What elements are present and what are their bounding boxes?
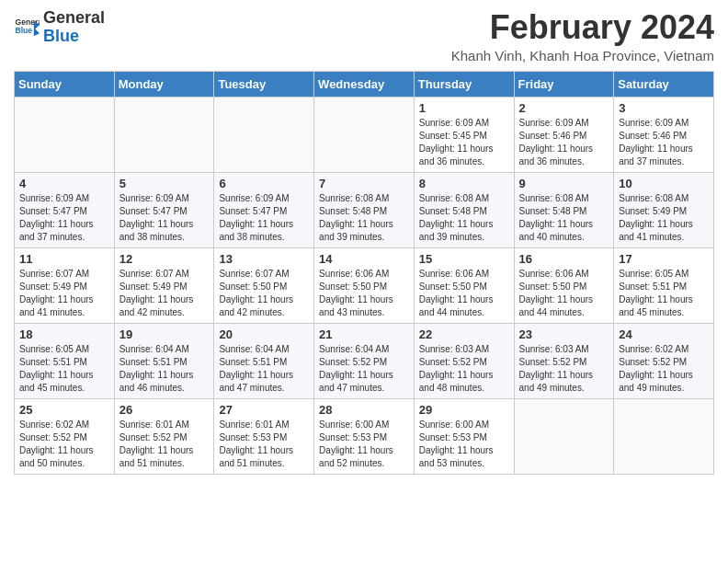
calendar-cell: 15Sunrise: 6:06 AM Sunset: 5:50 PM Dayli… [414, 247, 514, 323]
day-number: 17 [619, 252, 709, 266]
weekday-header-thursday: Thursday [414, 71, 514, 97]
week-row-4: 25Sunrise: 6:02 AM Sunset: 5:52 PM Dayli… [15, 398, 714, 474]
day-number: 24 [619, 327, 709, 341]
calendar-cell: 14Sunrise: 6:06 AM Sunset: 5:50 PM Dayli… [314, 247, 415, 323]
day-info: Sunrise: 6:05 AM Sunset: 5:51 PM Dayligh… [19, 343, 109, 395]
day-number: 12 [119, 252, 210, 266]
logo-icon: General Blue [14, 15, 40, 40]
day-info: Sunrise: 6:09 AM Sunset: 5:47 PM Dayligh… [219, 192, 309, 244]
day-info: Sunrise: 6:06 AM Sunset: 5:50 PM Dayligh… [519, 268, 609, 319]
calendar-cell: 4Sunrise: 6:09 AM Sunset: 5:47 PM Daylig… [15, 172, 115, 247]
page-header: General Blue General Blue February 2024 … [14, 9, 714, 63]
logo-general: General [43, 8, 105, 27]
calendar-cell: 29Sunrise: 6:00 AM Sunset: 5:53 PM Dayli… [414, 398, 514, 474]
day-number: 11 [19, 252, 109, 266]
day-info: Sunrise: 6:09 AM Sunset: 5:45 PM Dayligh… [419, 117, 509, 168]
calendar-cell [314, 97, 415, 172]
day-info: Sunrise: 6:08 AM Sunset: 5:49 PM Dayligh… [619, 192, 709, 244]
day-info: Sunrise: 6:09 AM Sunset: 5:46 PM Dayligh… [519, 117, 609, 168]
calendar-cell: 20Sunrise: 6:04 AM Sunset: 5:51 PM Dayli… [214, 323, 314, 398]
calendar-cell: 6Sunrise: 6:09 AM Sunset: 5:47 PM Daylig… [214, 172, 314, 247]
calendar-cell: 8Sunrise: 6:08 AM Sunset: 5:48 PM Daylig… [414, 172, 514, 247]
calendar-cell: 25Sunrise: 6:02 AM Sunset: 5:52 PM Dayli… [15, 398, 115, 474]
day-info: Sunrise: 6:04 AM Sunset: 5:51 PM Dayligh… [219, 343, 309, 395]
day-number: 4 [19, 177, 109, 190]
calendar-cell: 7Sunrise: 6:08 AM Sunset: 5:48 PM Daylig… [314, 172, 415, 247]
day-info: Sunrise: 6:07 AM Sunset: 5:49 PM Dayligh… [119, 268, 210, 319]
day-number: 27 [219, 403, 309, 417]
logo-blue: Blue [43, 27, 79, 45]
day-number: 25 [19, 403, 109, 417]
day-number: 22 [419, 327, 509, 341]
calendar-cell [15, 97, 115, 172]
calendar-cell: 12Sunrise: 6:07 AM Sunset: 5:49 PM Dayli… [114, 247, 214, 323]
weekday-header-monday: Monday [114, 71, 214, 97]
svg-text:Blue: Blue [16, 26, 33, 35]
day-info: Sunrise: 6:02 AM Sunset: 5:52 PM Dayligh… [619, 343, 709, 395]
day-number: 2 [519, 101, 609, 115]
day-number: 28 [319, 403, 409, 417]
calendar-cell: 1Sunrise: 6:09 AM Sunset: 5:45 PM Daylig… [414, 97, 514, 172]
calendar-cell: 2Sunrise: 6:09 AM Sunset: 5:46 PM Daylig… [514, 97, 614, 172]
calendar-cell [614, 398, 714, 474]
day-info: Sunrise: 6:06 AM Sunset: 5:50 PM Dayligh… [319, 268, 409, 319]
day-number: 29 [419, 403, 509, 417]
day-number: 18 [19, 327, 109, 341]
calendar-cell: 18Sunrise: 6:05 AM Sunset: 5:51 PM Dayli… [15, 323, 115, 398]
calendar-cell: 16Sunrise: 6:06 AM Sunset: 5:50 PM Dayli… [514, 247, 614, 323]
day-number: 8 [419, 177, 509, 190]
day-number: 3 [619, 101, 709, 115]
calendar-cell [214, 97, 314, 172]
weekday-header-sunday: Sunday [15, 71, 115, 97]
day-info: Sunrise: 6:01 AM Sunset: 5:52 PM Dayligh… [119, 419, 210, 470]
month-year: February 2024 [451, 9, 714, 46]
day-info: Sunrise: 6:08 AM Sunset: 5:48 PM Dayligh… [319, 192, 409, 244]
day-info: Sunrise: 6:04 AM Sunset: 5:51 PM Dayligh… [119, 343, 210, 395]
week-row-3: 18Sunrise: 6:05 AM Sunset: 5:51 PM Dayli… [15, 323, 714, 398]
calendar-cell: 19Sunrise: 6:04 AM Sunset: 5:51 PM Dayli… [114, 323, 214, 398]
week-row-1: 4Sunrise: 6:09 AM Sunset: 5:47 PM Daylig… [15, 172, 714, 247]
day-number: 19 [119, 327, 210, 341]
calendar-cell: 24Sunrise: 6:02 AM Sunset: 5:52 PM Dayli… [614, 323, 714, 398]
logo-text: General Blue [43, 9, 105, 46]
title-block: February 2024 Khanh Vinh, Khanh Hoa Prov… [451, 9, 714, 63]
calendar-cell: 27Sunrise: 6:01 AM Sunset: 5:53 PM Dayli… [214, 398, 314, 474]
day-info: Sunrise: 6:03 AM Sunset: 5:52 PM Dayligh… [419, 343, 509, 395]
day-number: 15 [419, 252, 509, 266]
day-info: Sunrise: 6:05 AM Sunset: 5:51 PM Dayligh… [619, 268, 709, 319]
weekday-header-wednesday: Wednesday [314, 71, 415, 97]
calendar-cell: 21Sunrise: 6:04 AM Sunset: 5:52 PM Dayli… [314, 323, 415, 398]
day-info: Sunrise: 6:07 AM Sunset: 5:50 PM Dayligh… [219, 268, 309, 319]
day-number: 23 [519, 327, 609, 341]
day-number: 14 [319, 252, 409, 266]
day-info: Sunrise: 6:04 AM Sunset: 5:52 PM Dayligh… [319, 343, 409, 395]
calendar-cell: 23Sunrise: 6:03 AM Sunset: 5:52 PM Dayli… [514, 323, 614, 398]
calendar-cell [114, 97, 214, 172]
calendar-cell: 3Sunrise: 6:09 AM Sunset: 5:46 PM Daylig… [614, 97, 714, 172]
day-number: 21 [319, 327, 409, 341]
day-number: 10 [619, 177, 709, 190]
day-number: 7 [319, 177, 409, 190]
weekday-header-friday: Friday [514, 71, 614, 97]
day-info: Sunrise: 6:09 AM Sunset: 5:47 PM Dayligh… [19, 192, 109, 244]
day-number: 13 [219, 252, 309, 266]
day-info: Sunrise: 6:00 AM Sunset: 5:53 PM Dayligh… [319, 419, 409, 470]
day-info: Sunrise: 6:07 AM Sunset: 5:49 PM Dayligh… [19, 268, 109, 319]
calendar-cell [514, 398, 614, 474]
day-number: 5 [119, 177, 210, 190]
calendar-cell: 28Sunrise: 6:00 AM Sunset: 5:53 PM Dayli… [314, 398, 415, 474]
day-number: 16 [519, 252, 609, 266]
day-number: 6 [219, 177, 309, 190]
calendar-cell: 13Sunrise: 6:07 AM Sunset: 5:50 PM Dayli… [214, 247, 314, 323]
week-row-2: 11Sunrise: 6:07 AM Sunset: 5:49 PM Dayli… [15, 247, 714, 323]
calendar-cell: 9Sunrise: 6:08 AM Sunset: 5:48 PM Daylig… [514, 172, 614, 247]
calendar-cell: 17Sunrise: 6:05 AM Sunset: 5:51 PM Dayli… [614, 247, 714, 323]
week-row-0: 1Sunrise: 6:09 AM Sunset: 5:45 PM Daylig… [15, 97, 714, 172]
calendar-cell: 22Sunrise: 6:03 AM Sunset: 5:52 PM Dayli… [414, 323, 514, 398]
day-info: Sunrise: 6:06 AM Sunset: 5:50 PM Dayligh… [419, 268, 509, 319]
calendar-cell: 5Sunrise: 6:09 AM Sunset: 5:47 PM Daylig… [114, 172, 214, 247]
logo: General Blue General Blue [14, 9, 105, 46]
day-info: Sunrise: 6:02 AM Sunset: 5:52 PM Dayligh… [19, 419, 109, 470]
day-info: Sunrise: 6:08 AM Sunset: 5:48 PM Dayligh… [519, 192, 609, 244]
calendar-cell: 10Sunrise: 6:08 AM Sunset: 5:49 PM Dayli… [614, 172, 714, 247]
